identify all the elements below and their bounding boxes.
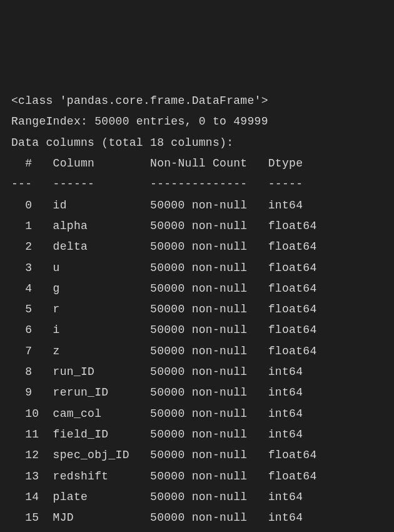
dataframe-info-output: <class 'pandas.core.frame.DataFrame'> Ra…	[11, 91, 383, 532]
rangeindex-line: RangeIndex: 50000 entries, 0 to 49999	[11, 115, 268, 128]
table-header-row: # Column Non-Null Count Dtype	[11, 157, 303, 170]
table-body: 0 id 50000 non-null int64 1 alpha 50000 …	[11, 199, 316, 532]
columns-summary-line: Data columns (total 18 columns):	[11, 136, 233, 149]
table-divider-row: --- ------ -------------- -----	[11, 178, 303, 190]
class-line: <class 'pandas.core.frame.DataFrame'>	[11, 95, 268, 107]
